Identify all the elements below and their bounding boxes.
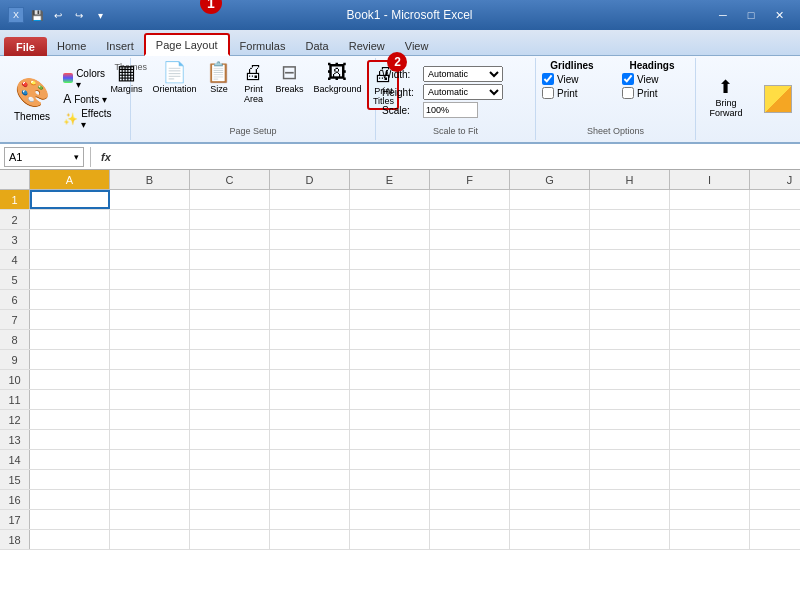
col-header-E[interactable]: E [350, 170, 430, 189]
table-row: 15 [0, 470, 800, 490]
name-box[interactable]: A1 ▾ [4, 147, 84, 167]
row-num-14[interactable]: 14 [0, 450, 30, 469]
qat-dropdown[interactable]: ▾ [91, 6, 109, 24]
headings-view-row: View [622, 73, 682, 85]
print-area-button[interactable]: 🖨 PrintArea [237, 60, 269, 106]
print-row: Print Print [542, 87, 689, 99]
col-header-J[interactable]: J [750, 170, 800, 189]
size-icon: 📋 [206, 62, 231, 82]
sheet-options-group: Gridlines Headings View View [536, 58, 696, 140]
row-num-6[interactable]: 6 [0, 290, 30, 309]
row-num-16[interactable]: 16 [0, 490, 30, 509]
cell-F1[interactable] [430, 190, 510, 209]
size-button[interactable]: 📋 Size [202, 60, 235, 96]
width-select[interactable]: Automatic [423, 66, 503, 82]
col-header-D[interactable]: D [270, 170, 350, 189]
themes-icon: 🎨 [15, 76, 50, 109]
table-row: 10 [0, 370, 800, 390]
headings-print-row: Print [622, 87, 682, 99]
maximize-btn[interactable]: □ [738, 5, 764, 25]
title-bar-left: X 💾 ↩ ↪ ▾ [8, 6, 109, 24]
color-swatch-area [756, 58, 800, 140]
background-button[interactable]: 🖼 Background [309, 60, 365, 96]
table-row: 5 [0, 270, 800, 290]
column-headers: A B C D E F G H I J K [0, 170, 800, 190]
row-num-header [0, 170, 30, 189]
name-box-dropdown[interactable]: ▾ [74, 152, 79, 162]
tab-insert[interactable]: Insert [96, 36, 144, 55]
row-num-7[interactable]: 7 [0, 310, 30, 329]
height-select[interactable]: Automatic [423, 84, 503, 100]
minimize-btn[interactable]: ─ [710, 5, 736, 25]
formula-bar-divider [90, 147, 91, 167]
row-num-9[interactable]: 9 [0, 350, 30, 369]
col-header-F[interactable]: F [430, 170, 510, 189]
row-num-12[interactable]: 12 [0, 410, 30, 429]
save-qat-btn[interactable]: 💾 [28, 6, 46, 24]
undo-qat-btn[interactable]: ↩ [49, 6, 67, 24]
fx-button[interactable]: fx [97, 151, 115, 163]
formula-input[interactable] [119, 147, 796, 167]
gridlines-view-checkbox[interactable] [542, 73, 554, 85]
cell-J1[interactable] [750, 190, 800, 209]
themes-button[interactable]: 🎨 Themes [6, 60, 58, 138]
col-header-B[interactable]: B [110, 170, 190, 189]
cell-C1[interactable] [190, 190, 270, 209]
gridlines-view-row: View [542, 73, 602, 85]
scale-input[interactable] [423, 102, 478, 118]
headings-print-checkbox[interactable] [622, 87, 634, 99]
print-area-icon: 🖨 [243, 62, 263, 82]
table-row: 7 [0, 310, 800, 330]
row-num-4[interactable]: 4 [0, 250, 30, 269]
spreadsheet: A B C D E F G H I J K 1 [0, 170, 800, 600]
page-setup-group: ▦ Margins 📄 Orientation 📋 Size 🖨 PrintAr… [131, 58, 376, 140]
cell-G1[interactable] [510, 190, 590, 209]
tab-review[interactable]: Review [339, 36, 395, 55]
arrange-group: ⬆ BringForward [696, 58, 756, 140]
spreadsheet-rows: 1 2 3 4 5 6 7 8 9 10 11 [0, 190, 800, 600]
tab-formulas[interactable]: Formulas [230, 36, 296, 55]
breaks-button[interactable]: ⊟ Breaks [271, 60, 307, 96]
margins-button[interactable]: ▦ Margins [106, 60, 146, 96]
cell-I1[interactable] [670, 190, 750, 209]
tab-home[interactable]: Home [47, 36, 96, 55]
window-controls: ─ □ ✕ [710, 5, 792, 25]
row-num-2[interactable]: 2 [0, 210, 30, 229]
row-num-8[interactable]: 8 [0, 330, 30, 349]
row-num-3[interactable]: 3 [0, 230, 30, 249]
bring-forward-button[interactable]: ⬆ BringForward [705, 74, 746, 120]
row-num-11[interactable]: 11 [0, 390, 30, 409]
col-header-H[interactable]: H [590, 170, 670, 189]
sheet-options-group-label: Sheet Options [542, 124, 689, 138]
row-num-1[interactable]: 1 [0, 190, 30, 209]
headings-view-checkbox[interactable] [622, 73, 634, 85]
table-row: 18 [0, 530, 800, 550]
cell-H1[interactable] [590, 190, 670, 209]
cell-A1[interactable] [30, 190, 110, 209]
col-header-G[interactable]: G [510, 170, 590, 189]
row-num-15[interactable]: 15 [0, 470, 30, 489]
row-num-18[interactable]: 18 [0, 530, 30, 549]
cell-D1[interactable] [270, 190, 350, 209]
excel-icon: X [8, 7, 24, 23]
quick-access-toolbar: 💾 ↩ ↪ ▾ [28, 6, 109, 24]
tab-page-layout[interactable]: Page Layout [144, 33, 230, 56]
close-btn[interactable]: ✕ [766, 5, 792, 25]
row-num-17[interactable]: 17 [0, 510, 30, 529]
col-header-C[interactable]: C [190, 170, 270, 189]
cell-B1[interactable] [110, 190, 190, 209]
tab-data[interactable]: Data [295, 36, 338, 55]
cell-E1[interactable] [350, 190, 430, 209]
row-num-10[interactable]: 10 [0, 370, 30, 389]
arrange-group-label [702, 134, 750, 138]
gridlines-print-checkbox[interactable] [542, 87, 554, 99]
row-num-13[interactable]: 13 [0, 430, 30, 449]
row-num-5[interactable]: 5 [0, 270, 30, 289]
tab-file[interactable]: File [4, 37, 47, 56]
orientation-button[interactable]: 📄 Orientation [148, 60, 200, 96]
redo-qat-btn[interactable]: ↪ [70, 6, 88, 24]
col-header-I[interactable]: I [670, 170, 750, 189]
bring-forward-icon: ⬆ [718, 76, 733, 98]
col-header-A[interactable]: A [30, 170, 110, 189]
table-row: 12 [0, 410, 800, 430]
